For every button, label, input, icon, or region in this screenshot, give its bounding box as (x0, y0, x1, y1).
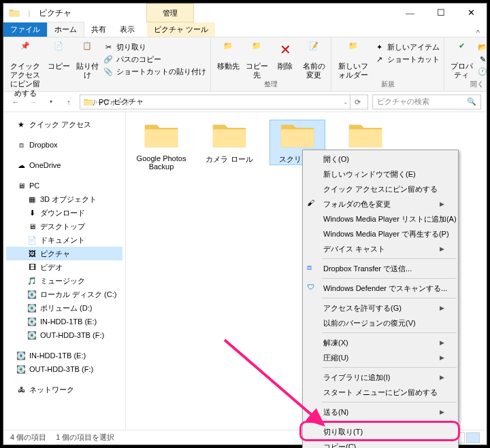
recent-button[interactable]: ▾ (44, 95, 58, 109)
minimize-button[interactable]: — (395, 3, 425, 22)
nav-label: ネットワーク (29, 385, 74, 395)
nav-label: PC (29, 182, 39, 190)
paste-button[interactable]: 📋貼り付け (74, 41, 100, 80)
history-button[interactable]: 🕐履歴 (477, 66, 490, 77)
onedrive-icon: ☁ (16, 160, 27, 171)
context-label: Windows Media Player で再生する(P) (323, 229, 449, 239)
copyto-button[interactable]: 📁コピー先 (244, 41, 270, 80)
breadcrumb-pc[interactable]: PC (99, 98, 109, 106)
context-label: Windows Defender でスキャンする... (323, 283, 447, 294)
context-item[interactable]: 開く(O) (303, 152, 458, 167)
nav-item[interactable]: 💽OUT-HDD-3TB (F:) (6, 362, 122, 376)
tab-share[interactable]: 共有 (84, 22, 113, 37)
nav-label: Dropbox (29, 141, 58, 149)
context-label: Windows Media Player リストに追加(A) (323, 214, 457, 224)
context-item[interactable]: ⧈Dropbox Transfer で送信... (303, 261, 458, 276)
refresh-button[interactable]: ⟳ (350, 94, 365, 109)
search-input[interactable]: ピクチャの検索 🔍 (372, 94, 481, 109)
nav-item[interactable]: 🖥デスクトップ (6, 220, 122, 233)
nav-item[interactable]: 💽ボリューム (D:) (6, 301, 122, 315)
moveto-button[interactable]: 📁移動先 (215, 41, 241, 71)
copy-icon: 📄 (49, 41, 68, 61)
edit-button[interactable]: ✎編集 (477, 54, 490, 65)
network-icon: 🖧 (16, 384, 27, 395)
context-label: Dropbox Transfer で送信... (323, 264, 412, 274)
tab-picture-tools[interactable]: ピクチャ ツール (147, 22, 215, 37)
context-item[interactable]: 解凍(X)▶ (303, 335, 458, 350)
chevron-right-icon[interactable]: › (110, 99, 112, 105)
nav-item[interactable]: 💽IN-HDD-1TB (E:) (6, 315, 122, 328)
cut-button[interactable]: ✂切り取り (103, 41, 206, 52)
ribbon-group-open: ✔プロパティ 📂開く ✎編集 🕐履歴 開く (444, 37, 490, 91)
copypath-button[interactable]: 🔗パスのコピー (103, 54, 206, 65)
context-label: 開く(O) (323, 154, 349, 165)
context-item[interactable]: Windows Media Player リストに追加(A) (303, 211, 458, 226)
nav-item[interactable]: 💽OUT-HDD-3TB (F:) (6, 328, 122, 342)
context-item[interactable]: Windows Media Player で再生する(P) (303, 226, 458, 241)
chevron-right-icon: ▶ (440, 339, 444, 346)
context-item[interactable]: 圧縮(U)▶ (303, 350, 458, 365)
newfolder-button[interactable]: 📁新しいフォルダー (336, 41, 371, 80)
context-item[interactable]: スタート メニューにピン留めする (303, 385, 458, 400)
nav-item[interactable]: 🎵ミュージック (6, 274, 122, 288)
context-item[interactable]: 切り取り(T) (303, 424, 458, 439)
copy-button[interactable]: 📄コピー (46, 41, 71, 71)
nav-label: ローカル ディスク (C:) (40, 290, 116, 300)
tab-home[interactable]: ホーム (47, 22, 84, 37)
chevron-right-icon: ▶ (440, 201, 444, 207)
context-item[interactable]: 🛡Windows Defender でスキャンする... (303, 281, 458, 296)
breadcrumb[interactable]: › PC › ピクチャ ⌄ ⟳ (80, 94, 368, 109)
drive-icon: 💽 (27, 316, 37, 327)
paste-shortcut-button[interactable]: 📎ショートカットの貼り付け (103, 66, 206, 77)
context-item[interactable]: コピー(C) (303, 439, 458, 448)
context-label: 新しいウィンドウで開く(E) (323, 169, 416, 179)
nav-item[interactable]: 🎞ビデオ (6, 260, 122, 274)
nav-item[interactable]: ⧈Dropbox (6, 138, 122, 152)
nav-item[interactable]: 🖥PC (6, 179, 122, 192)
context-item[interactable]: デバイス キャスト▶ (303, 241, 458, 256)
context-menu: 開く(O)新しいウィンドウで開く(E)クイック アクセスにピン留めする🖌フォルダ… (302, 150, 459, 448)
back-button[interactable]: ← (9, 95, 22, 109)
tab-view[interactable]: 表示 (113, 22, 142, 37)
chevron-down-icon[interactable]: ⌄ (343, 99, 348, 105)
folder-label: Google Photos Backup (134, 154, 189, 171)
window-title: ピクチャ (39, 7, 71, 19)
open-button[interactable]: 📂開く (477, 41, 490, 52)
forward-button[interactable]: → (27, 95, 40, 109)
chevron-right-icon[interactable]: › (95, 99, 97, 105)
context-item[interactable]: 以前のバージョンの復元(V) (303, 315, 458, 330)
context-item[interactable]: 🖌フォルダの色を変更▶ (303, 196, 458, 211)
group-label: 整理 (215, 80, 327, 90)
chevron-right-icon: ▶ (440, 374, 444, 381)
nav-item[interactable]: 🖼ピクチャ (6, 247, 122, 260)
pin-to-quickaccess-button[interactable]: 📌クイック アクセスにピン留めする (7, 41, 43, 98)
close-button[interactable]: ✕ (456, 3, 487, 22)
nav-item[interactable]: ☁OneDrive (6, 158, 122, 172)
newitem-button[interactable]: ✦新しいアイテム (374, 41, 440, 52)
nav-item[interactable]: 🖧ネットワーク (6, 383, 122, 396)
context-item[interactable]: 新しいウィンドウで開く(E) (303, 167, 458, 182)
management-tab[interactable]: 管理 (146, 3, 194, 22)
nav-item[interactable]: ⬇ダウンロード (6, 206, 122, 220)
view-icons-button[interactable] (466, 432, 480, 443)
maximize-button[interactable]: ☐ (425, 3, 456, 22)
context-item[interactable]: ライブラリに追加(I)▶ (303, 370, 458, 385)
ribbon-collapse-icon[interactable]: ^ (470, 29, 487, 37)
folder-item[interactable]: Google Photos Backup (134, 120, 189, 171)
nav-item[interactable]: 📄ドキュメント (6, 233, 122, 247)
nav-item[interactable]: ▦3D オブジェクト (6, 192, 122, 206)
folder-item[interactable]: カメラ ロール (202, 120, 257, 165)
context-item[interactable]: アクセスを許可する(G)▶ (303, 300, 458, 315)
context-item[interactable]: クイック アクセスにピン留めする (303, 182, 458, 196)
context-item[interactable]: 送る(N)▶ (303, 404, 458, 419)
rename-button[interactable]: 📝名前の変更 (301, 41, 327, 80)
delete-button[interactable]: ✕削除 (272, 41, 298, 71)
nav-item[interactable]: 💽ローカル ディスク (C:) (6, 288, 122, 301)
up-button[interactable]: ↑ (62, 95, 76, 109)
nav-item[interactable]: ★クイック アクセス (6, 118, 122, 131)
properties-button[interactable]: ✔プロパティ (448, 41, 474, 80)
breadcrumb-folder[interactable]: ピクチャ (114, 97, 144, 107)
easyaccess-button[interactable]: ↗ショートカット (374, 54, 440, 65)
tab-file[interactable]: ファイル (3, 22, 47, 37)
nav-item[interactable]: 💽IN-HDD-1TB (E:) (6, 349, 122, 362)
